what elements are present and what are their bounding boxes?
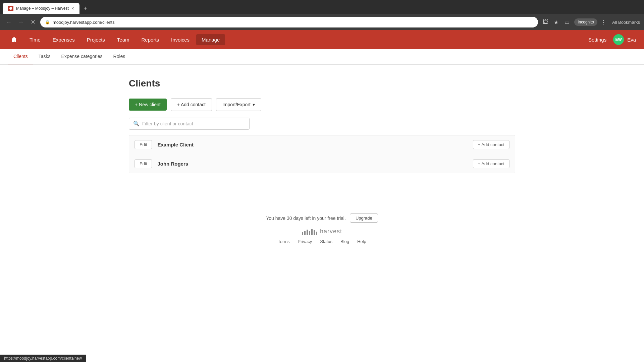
client-name: Example Client	[157, 142, 473, 147]
bookmarks-label[interactable]: All Bookmarks	[612, 20, 640, 25]
subnav-clients[interactable]: Clients	[8, 49, 33, 64]
footer-link[interactable]: Status	[320, 239, 332, 244]
import-export-chevron: ▾	[253, 102, 255, 107]
lock-icon: 🔒	[45, 20, 50, 24]
footer: You have 30 days left in your free trial…	[0, 207, 644, 251]
sub-nav: Clients Tasks Expense categories Roles	[0, 49, 644, 65]
search-input[interactable]	[142, 121, 245, 126]
nav-reports[interactable]: Reports	[136, 34, 165, 45]
active-tab[interactable]: Manage – Moodjoy – Harvest ×	[3, 3, 79, 14]
harvest-logo: harvest	[7, 228, 637, 235]
sidebar-button[interactable]: ▭	[562, 17, 572, 27]
nav-invoices[interactable]: Invoices	[166, 34, 195, 45]
back-button[interactable]: ←	[4, 17, 13, 27]
tab-favicon	[8, 6, 13, 11]
browser-chrome: Manage – Moodjoy – Harvest × + ← → ✕ 🔒 m…	[0, 0, 644, 30]
trial-notice: You have 30 days left in your free trial…	[7, 214, 637, 223]
client-name: John Rogers	[157, 161, 473, 167]
footer-link[interactable]: Help	[357, 239, 366, 244]
client-row: Edit Example Client + Add contact	[129, 135, 515, 154]
import-export-label: Import/Export	[222, 102, 251, 107]
no-image-button[interactable]: 🖼	[541, 17, 550, 27]
client-list: Edit Example Client + Add contact Edit J…	[129, 135, 515, 173]
nav-manage[interactable]: Manage	[196, 34, 225, 45]
browser-action-buttons: 🖼 ★ ▭ Incognito ⋮ All Bookmarks	[541, 17, 640, 27]
harvest-wordmark: harvest	[320, 228, 342, 235]
subnav-expense-categories[interactable]: Expense categories	[56, 49, 108, 64]
reload-button[interactable]: ✕	[28, 17, 38, 27]
add-contact-to-client-button[interactable]: + Add contact	[473, 159, 509, 168]
trial-text: You have 30 days left in your free trial…	[266, 216, 346, 221]
search-row: 🔍	[129, 118, 515, 130]
new-tab-button[interactable]: +	[81, 5, 90, 12]
edit-client-button[interactable]: Edit	[135, 140, 152, 149]
top-nav: Time Expenses Projects Team Reports Invo…	[0, 30, 644, 49]
page-title: Clients	[129, 78, 515, 89]
home-button[interactable]	[8, 34, 20, 46]
search-icon: 🔍	[133, 121, 140, 127]
footer-link[interactable]: Privacy	[298, 239, 312, 244]
nav-team[interactable]: Team	[112, 34, 135, 45]
nav-projects[interactable]: Projects	[82, 34, 110, 45]
tab-title: Manage – Moodjoy – Harvest	[16, 6, 69, 11]
menu-button[interactable]: ⋮	[599, 17, 608, 27]
search-input-wrap: 🔍	[129, 118, 250, 130]
address-bar[interactable]: 🔒 moodjoy.harvestapp.com/clients	[40, 17, 538, 27]
nav-user-name[interactable]: Eva	[627, 37, 636, 43]
browser-nav-bar: ← → ✕ 🔒 moodjoy.harvestapp.com/clients 🖼…	[0, 14, 644, 30]
subnav-roles[interactable]: Roles	[108, 49, 131, 64]
forward-button[interactable]: →	[16, 17, 25, 27]
add-contact-button[interactable]: + Add contact	[171, 98, 212, 111]
new-client-button[interactable]: + New client	[129, 99, 167, 111]
add-contact-to-client-button[interactable]: + Add contact	[473, 140, 509, 149]
bookmark-button[interactable]: ★	[551, 17, 561, 27]
subnav-tasks[interactable]: Tasks	[33, 49, 56, 64]
nav-avatar: EW	[613, 34, 624, 45]
nav-time[interactable]: Time	[24, 34, 46, 45]
url-text: moodjoy.harvestapp.com/clients	[53, 20, 533, 25]
client-row: Edit John Rogers + Add contact	[129, 154, 515, 173]
harvest-bars-icon	[302, 228, 317, 235]
action-row: + New client + Add contact Import/Export…	[129, 98, 515, 111]
nav-expenses[interactable]: Expenses	[47, 34, 80, 45]
footer-link[interactable]: Blog	[340, 239, 349, 244]
browser-tab-bar: Manage – Moodjoy – Harvest × +	[0, 0, 644, 14]
incognito-button[interactable]: Incognito	[574, 18, 597, 26]
footer-link[interactable]: Terms	[278, 239, 289, 244]
import-export-button[interactable]: Import/Export ▾	[216, 98, 261, 111]
tab-close-button[interactable]: ×	[71, 6, 74, 11]
nav-settings[interactable]: Settings	[588, 37, 606, 43]
edit-client-button[interactable]: Edit	[135, 159, 152, 168]
app: Time Expenses Projects Team Reports Invo…	[0, 30, 644, 251]
svg-point-0	[9, 7, 12, 10]
main-content: Clients + New client + Add contact Impor…	[121, 65, 523, 187]
upgrade-button[interactable]: Upgrade	[350, 214, 378, 223]
footer-links: TermsPrivacyStatusBlogHelp	[7, 239, 637, 244]
